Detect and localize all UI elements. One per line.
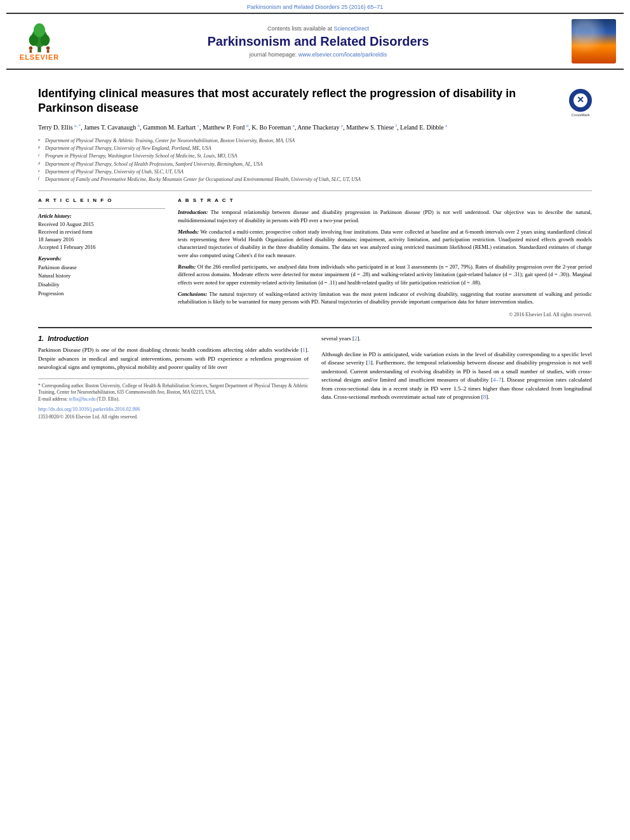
abstract-introduction: Introduction: The temporal relationship … bbox=[178, 208, 592, 224]
homepage-link[interactable]: www.elsevier.com/locate/parkreldis bbox=[298, 51, 387, 58]
journal-thumbnail bbox=[572, 19, 616, 63]
elsevier-tree-icon bbox=[20, 22, 58, 53]
journal-center: Contents lists available at ScienceDirec… bbox=[71, 25, 565, 58]
svg-point-4 bbox=[34, 23, 45, 37]
journal-citation: Parkinsonism and Related Disorders 25 (2… bbox=[0, 0, 630, 13]
results-label: Results: bbox=[178, 263, 196, 270]
sciencedirect-link[interactable]: ScienceDirect bbox=[334, 25, 370, 32]
citation-text: Parkinsonism and Related Disorders 25 (2… bbox=[247, 4, 384, 10]
svg-rect-6 bbox=[30, 50, 32, 53]
crossmark-badge[interactable]: ✕ CrossMark bbox=[569, 89, 592, 117]
section-1-title: 1. Introduction bbox=[38, 335, 309, 342]
footnote-area: * Corresponding author. Boston Universit… bbox=[38, 378, 309, 420]
authors-line: Terry D. Ellis a, *, James T. Cavanaugh … bbox=[38, 123, 592, 132]
keyword-1: Parkinson disease bbox=[38, 263, 165, 272]
affiliation-f: f Department of Family and Preventative … bbox=[38, 176, 592, 183]
article-title: Identifying clinical measures that most … bbox=[38, 86, 592, 116]
keyword-2: Natural history bbox=[38, 272, 165, 281]
received-date: Received 10 August 2015 Received in revi… bbox=[38, 221, 165, 251]
email-footnote: E-mail address: tellis@bu.edu (T.D. Elli… bbox=[38, 396, 309, 403]
intro-right-text: several years [2]. bbox=[321, 335, 592, 343]
intro-right-paragraph: Although decline in PD is anticipated, w… bbox=[321, 350, 592, 402]
abstract-methods: Methods: We conducted a multi-center, pr… bbox=[178, 228, 592, 259]
article-info-heading: A R T I C L E I N F O bbox=[38, 197, 165, 203]
svg-point-7 bbox=[46, 46, 50, 50]
copyright: © 2016 Elsevier Ltd. All rights reserved… bbox=[178, 311, 592, 319]
elsevier-label: ELSEVIER bbox=[20, 53, 59, 61]
svg-point-5 bbox=[29, 46, 32, 50]
intro-label: Introduction: bbox=[178, 209, 208, 215]
affiliation-e: e Department of Physical Therapy, Univer… bbox=[38, 168, 592, 175]
abstract-conclusions: Conclusions: The natural trajectory of w… bbox=[178, 290, 592, 306]
methods-label: Methods: bbox=[178, 229, 199, 235]
section-divider bbox=[38, 327, 592, 328]
affiliation-a: a Department of Physical Therapy & Athle… bbox=[38, 137, 592, 144]
intro-right-column: several years [2]. Although decline in P… bbox=[321, 335, 592, 420]
contents-line: Contents lists available at ScienceDirec… bbox=[71, 25, 565, 32]
conclusions-label: Conclusions: bbox=[178, 291, 207, 297]
journal-homepage: journal homepage: www.elsevier.com/locat… bbox=[71, 51, 565, 58]
article-info-panel: A R T I C L E I N F O Article history: R… bbox=[38, 197, 165, 318]
email-link[interactable]: tellis@bu.edu bbox=[69, 396, 96, 402]
keywords-label: Keywords: bbox=[38, 255, 165, 262]
svg-rect-8 bbox=[47, 50, 50, 53]
footnote-text: * Corresponding author. Boston Universit… bbox=[38, 383, 309, 396]
affiliations: a Department of Physical Therapy & Athle… bbox=[38, 137, 592, 183]
info-divider bbox=[38, 208, 165, 209]
elsevier-logo: ELSEVIER bbox=[14, 22, 65, 61]
journal-title: Parkinsonism and Related Disorders bbox=[71, 34, 565, 49]
introduction-section: 1. Introduction Parkinson Disease (PD) i… bbox=[38, 335, 592, 420]
history-label: Article history: bbox=[38, 213, 165, 219]
keywords-list: Parkinson disease Natural history Disabi… bbox=[38, 263, 165, 298]
main-content: ✕ CrossMark Identifying clinical measure… bbox=[0, 70, 630, 426]
issn-line: 1353-8020/© 2016 Elsevier Ltd. All right… bbox=[38, 414, 309, 420]
affiliation-b: b Department of Physical Therapy, Univer… bbox=[38, 145, 592, 152]
abstract-text: Introduction: The temporal relationship … bbox=[178, 208, 592, 318]
article-info-abstract: A R T I C L E I N F O Article history: R… bbox=[38, 190, 592, 318]
keyword-4: Progression bbox=[38, 290, 165, 298]
affiliation-d: d Department of Physical Therapy, School… bbox=[38, 161, 592, 168]
title-area: ✕ CrossMark Identifying clinical measure… bbox=[38, 86, 592, 116]
journal-header: ELSEVIER Contents lists available at Sci… bbox=[6, 13, 624, 70]
doi-link[interactable]: http://dx.doi.org/10.1016/j.parkreldis.2… bbox=[38, 406, 309, 412]
intro-left-text: Parkinson Disease (PD) is one of the mos… bbox=[38, 346, 309, 372]
abstract-panel: A B S T R A C T Introduction: The tempor… bbox=[178, 197, 592, 318]
abstract-heading: A B S T R A C T bbox=[178, 197, 592, 203]
keyword-3: Disability bbox=[38, 281, 165, 290]
intro-left-column: 1. Introduction Parkinson Disease (PD) i… bbox=[38, 335, 309, 420]
affiliation-c: c Program in Physical Therapy, Washingto… bbox=[38, 152, 592, 159]
abstract-results: Results: Of the 266 enrolled participant… bbox=[178, 263, 592, 286]
